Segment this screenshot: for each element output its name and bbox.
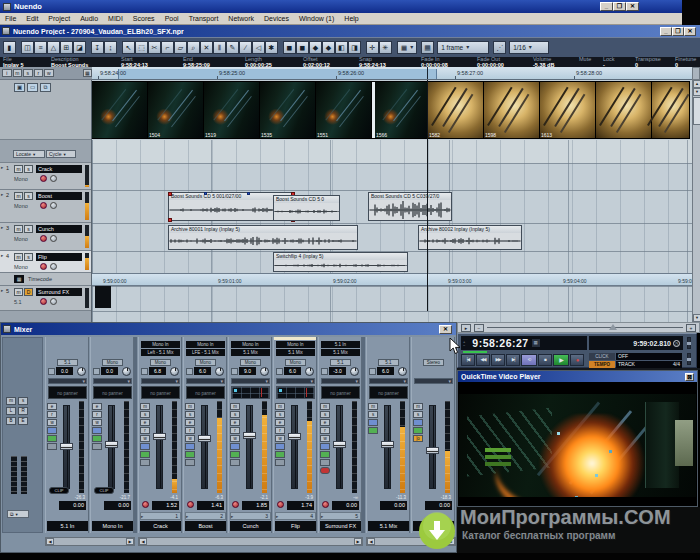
record-enable-button[interactable] — [187, 501, 194, 508]
channel-option-dropdown[interactable] — [48, 378, 87, 384]
mute-button[interactable]: m — [14, 165, 23, 173]
fader-value[interactable]: 1.41 — [197, 501, 224, 510]
global-mute-button[interactable]: m — [13, 69, 23, 77]
m-button[interactable]: m — [368, 403, 378, 410]
menu-transport[interactable]: Transport — [184, 13, 224, 24]
common-s-button[interactable]: s — [18, 397, 28, 405]
restore-button[interactable]: ❐ — [613, 2, 626, 11]
autoscroll-button[interactable]: ↧ — [91, 41, 104, 54]
inserts-bypass-button[interactable] — [185, 443, 195, 450]
fade-handle[interactable] — [204, 192, 207, 195]
expand-arrow-icon[interactable]: ▸ — [1, 253, 3, 258]
mute-button[interactable]: m — [14, 253, 23, 261]
open-mixer-button[interactable]: ◪ — [73, 41, 86, 54]
secondary-time-value[interactable]: 9:59:02.810 — [633, 340, 671, 347]
nudge-end-left-button[interactable]: ◧ — [335, 41, 348, 54]
r-button[interactable]: r — [230, 427, 240, 434]
fade-handle[interactable] — [247, 192, 250, 195]
record-enable-button[interactable] — [40, 202, 47, 209]
monitor-button[interactable] — [50, 298, 57, 305]
output-routing[interactable]: 5.1 Mix — [276, 349, 315, 356]
level-slider-1[interactable] — [687, 337, 691, 349]
grid-type-dropdown[interactable]: ▦ — [397, 41, 417, 54]
panner-display[interactable]: no panner — [321, 386, 360, 399]
w-button[interactable]: w — [320, 435, 330, 442]
fader-handle[interactable] — [333, 441, 346, 448]
track-header-boost[interactable]: ▸2msBoostMono — [0, 190, 91, 223]
channel-name[interactable]: Crack — [140, 521, 181, 531]
channel-name[interactable]: Surround FX — [320, 521, 361, 531]
scrub-tool[interactable]: ◁ — [252, 41, 265, 54]
sends-bypass-button[interactable] — [275, 459, 285, 466]
e-button[interactable]: e — [92, 403, 102, 410]
gain-knob[interactable] — [260, 367, 269, 376]
w-button[interactable]: w — [92, 419, 102, 426]
eq-bypass-button[interactable] — [92, 435, 102, 442]
e-button[interactable]: e — [230, 419, 240, 426]
show-overview-button[interactable]: △ — [47, 41, 60, 54]
r-button[interactable]: r — [140, 427, 150, 434]
w-button[interactable]: w — [275, 435, 285, 442]
eq-bypass-button[interactable] — [275, 451, 285, 458]
eq-bypass-button[interactable] — [140, 451, 150, 458]
locate-dropdown[interactable]: Locate — [13, 150, 45, 158]
panner-display[interactable]: no panner — [93, 386, 132, 399]
rewind-button[interactable]: ◀◀ — [476, 354, 490, 366]
solo-button[interactable]: s — [24, 225, 33, 233]
timecode-ruler[interactable]: 9:59:00:009:59:01:009:59:02:009:59:03:00… — [92, 273, 692, 286]
m-button[interactable]: m — [320, 403, 330, 410]
mixer-close-button[interactable]: ✕ — [439, 325, 452, 334]
channel-option-dropdown[interactable] — [231, 378, 270, 384]
input-routing[interactable]: Mono In — [276, 341, 315, 348]
fader-handle[interactable] — [153, 433, 166, 440]
channel-option-dropdown[interactable] — [276, 378, 315, 384]
expand-arrow-icon[interactable]: ▸ — [1, 225, 3, 230]
r-button[interactable]: r — [47, 411, 57, 418]
record-button[interactable]: ● — [570, 354, 584, 366]
audition-level-chip[interactable]: |o — [413, 435, 423, 442]
zoom-slider-thumb[interactable] — [609, 324, 617, 330]
sends-bypass-button[interactable] — [320, 459, 330, 466]
minimize-button[interactable]: _ — [600, 2, 613, 11]
input-routing[interactable]: Mono In — [231, 341, 270, 348]
record-enable-button[interactable] — [40, 235, 47, 242]
fader-handle[interactable] — [288, 433, 301, 440]
selection-handle[interactable] — [168, 192, 172, 196]
menu-midi[interactable]: MIDI — [103, 13, 128, 24]
draw-tool[interactable]: ✎ — [226, 41, 239, 54]
inserts-bypass-button[interactable] — [275, 443, 285, 450]
track-header-timecode[interactable]: ▦Timecode — [0, 273, 91, 286]
menu-window[interactable]: Window (1) — [294, 13, 339, 24]
mute-button[interactable]: m — [14, 192, 23, 200]
s-button[interactable]: s — [230, 411, 240, 418]
s-button[interactable]: s — [320, 411, 330, 418]
inserts-bypass-button[interactable] — [92, 427, 102, 434]
channel-option-dropdown[interactable] — [414, 378, 453, 384]
channel-name[interactable]: Boost — [185, 521, 226, 531]
m-button[interactable]: m — [185, 403, 195, 410]
channel-name[interactable]: Mono In — [92, 521, 133, 531]
channel-option-dropdown[interactable] — [186, 378, 225, 384]
snap-button[interactable]: ✳ — [379, 41, 392, 54]
sends-bypass-button[interactable] — [47, 443, 57, 450]
crosshair-button[interactable]: ✛ — [366, 41, 379, 54]
channel-option-dropdown[interactable] — [369, 378, 408, 384]
zoom-in-button[interactable]: + — [686, 324, 696, 332]
zoom-out-button[interactable]: − — [474, 324, 484, 332]
monitor-button[interactable] — [50, 202, 57, 209]
fader-value[interactable]: 0.00 — [104, 501, 131, 510]
menu-audio[interactable]: Audio — [75, 13, 103, 24]
nudge-start-right-button[interactable]: ◼ — [296, 41, 309, 54]
quantize-icon[interactable]: ⋰ — [493, 41, 506, 54]
eq-bypass-button[interactable] — [185, 451, 195, 458]
common-r-button[interactable]: R — [18, 407, 28, 415]
time-signature[interactable]: 4/4 — [673, 361, 680, 368]
audio-event[interactable]: Switchflip 4 (Inplay 5) — [273, 252, 408, 272]
channel-name[interactable]: Cunch — [230, 521, 271, 531]
surround-panner[interactable] — [276, 386, 315, 399]
track-name[interactable]: Cunch — [36, 225, 82, 233]
erase-tool[interactable]: ▱ — [174, 41, 187, 54]
fader-value[interactable]: 0.00 — [380, 501, 407, 510]
inserts-bypass-button[interactable] — [140, 443, 150, 450]
output-routing[interactable]: LFE - 5.1 Mix — [186, 349, 225, 356]
